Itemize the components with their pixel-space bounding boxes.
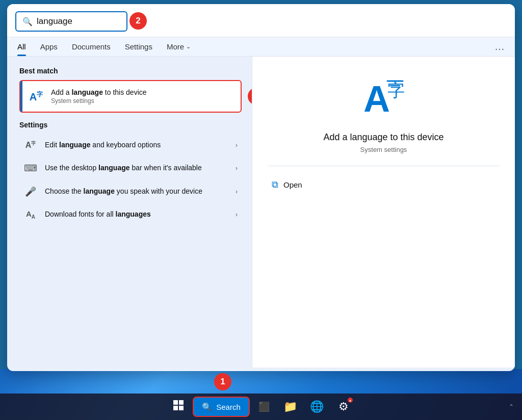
language-icon: A字 [29,90,44,103]
best-match-item[interactable]: A字 Add a language to this device System … [19,80,242,113]
step1-badge: 1 [214,373,231,390]
media-icon: ⚙ [338,400,349,413]
best-match-subtitle: System settings [51,97,232,104]
windows-icon [173,400,184,414]
settings-item-2[interactable]: 🎤 Choose the language you speak with you… [19,180,242,203]
taskbar-task-view[interactable]: ⬛ [252,396,276,418]
right-panel-title: Add a language to this device [323,132,443,143]
left-accent [20,81,22,112]
open-button[interactable]: ⧉ Open [268,176,306,193]
right-panel: A 字 Add a language to this device System… [252,57,515,368]
search-input-area: 🔍 language 2 [7,4,515,37]
svg-text:A: A [363,78,390,118]
settings-item-0[interactable]: A字 Edit language and keyboard options › [19,134,242,156]
chevron-icon-2: › [236,188,238,195]
chevron-icon-3: › [236,211,238,218]
chevron-icon-1: › [236,165,238,172]
taskbar-search-icon: 🔍 [202,402,212,412]
best-match-title: Add a language to this device [51,88,232,96]
settings-item-text-1: Use the desktop language bar when it's a… [45,163,236,173]
search-query: language [37,16,72,27]
notification-badge: ● [348,398,353,403]
svg-rect-4 [173,400,178,405]
taskbar-media[interactable]: ⚙ ● [331,396,356,418]
font-icon: AA [23,209,38,220]
main-content: Best match A字 Add a language to this dev… [7,57,515,368]
tray-expand-icon[interactable]: ⌃ [509,403,514,410]
settings-item-text-2: Choose the language you speak with your … [45,187,236,197]
step3-badge: 3 [248,88,252,105]
settings-item-1[interactable]: ⌨ Use the desktop language bar when it's… [19,156,242,180]
settings-item-text-0: Edit language and keyboard options [45,140,236,150]
tab-documents[interactable]: Documents [72,42,111,56]
svg-text:字: 字 [387,81,405,100]
svg-rect-5 [179,400,184,405]
tab-apps[interactable]: Apps [40,42,58,56]
best-match-text: Add a language to this device System set… [51,88,232,104]
keyboard-icon: ⌨ [23,163,38,174]
taskbar-start-button[interactable] [166,396,191,418]
right-panel-icon: A 字 [361,77,407,123]
left-panel: Best match A字 Add a language to this dev… [7,57,252,368]
taskbar-file-explorer[interactable]: 📁 [278,396,303,418]
tab-more[interactable]: More ⌄ [167,42,191,56]
taskbar-search-button[interactable]: 🔍 Search [193,397,250,417]
step2-badge: 2 [129,12,147,30]
edge-icon: 🌐 [310,400,324,413]
lang-keyboard-icon: A字 [23,140,38,150]
tab-all[interactable]: All [17,42,26,56]
chevron-icon-0: › [236,142,238,149]
taskbar: 🔍 Search ⬛ 📁 🌐 ⚙ ● ⌃ [0,393,522,420]
taskbar-search-label: Search [216,403,241,411]
open-icon: ⧉ [272,179,278,190]
best-match-label: Best match [19,67,242,75]
settings-section: Settings A字 Edit language and keyboard o… [19,121,242,226]
open-label: Open [283,180,302,189]
search-icon: 🔍 [22,17,33,27]
settings-item-3[interactable]: AA Download fonts for all languages › [19,203,242,226]
more-options-button[interactable]: … [494,41,505,58]
system-tray: ⌃ [509,403,514,410]
svg-rect-6 [173,406,178,410]
microphone-icon: 🎤 [23,186,38,197]
settings-item-text-3: Download fonts for all languages [45,209,236,220]
search-box[interactable]: 🔍 language [15,11,127,32]
settings-label: Settings [19,121,242,129]
svg-rect-7 [179,406,184,410]
task-view-icon: ⬛ [258,401,270,412]
file-explorer-icon: 📁 [283,400,297,413]
taskbar-edge[interactable]: 🌐 [305,396,329,418]
right-panel-divider [268,166,500,166]
search-panel: 🔍 language 2 All Apps Documents Settings… [7,4,515,371]
right-panel-subtitle: System settings [360,146,407,153]
nav-tabs: All Apps Documents Settings More ⌄ … [7,37,515,57]
tab-settings[interactable]: Settings [125,42,152,56]
